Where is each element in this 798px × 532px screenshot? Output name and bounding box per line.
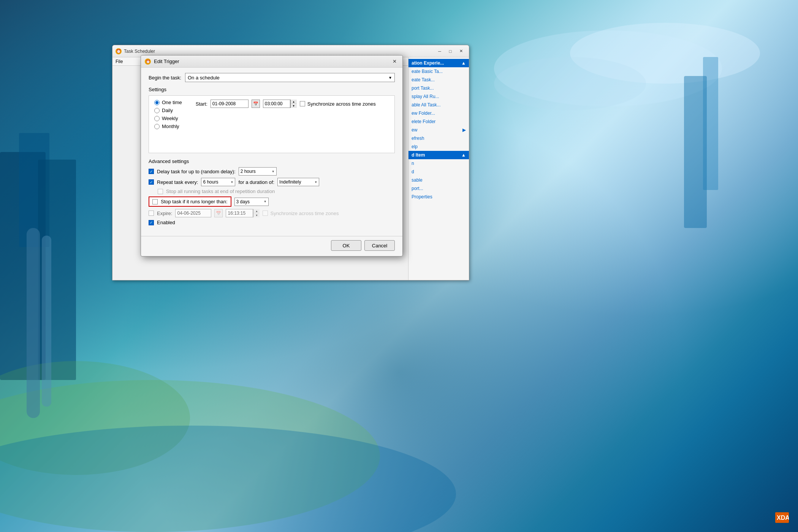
xda-watermark: XDA — [775, 512, 789, 523]
window-controls: ─ □ ✕ — [435, 48, 466, 55]
radio-daily[interactable]: Daily — [154, 108, 182, 113]
file-menu[interactable]: File — [116, 59, 123, 64]
monthly-radio[interactable] — [154, 124, 160, 129]
sidebar-header-arrow: ▲ — [461, 60, 466, 66]
start-date-field[interactable]: 01-09-2008 — [211, 100, 249, 108]
stop-running-row: Stop all running tasks at end of repetit… — [158, 188, 395, 194]
time-spin-up[interactable]: ▲ — [291, 100, 297, 104]
stop-task-row: Stop task if it runs longer than: 3 days… — [149, 196, 395, 207]
sidebar-item-create-basic[interactable]: eate Basic Ta... — [408, 67, 469, 76]
daily-label: Daily — [162, 108, 173, 113]
sidebar-item-disable[interactable]: sable — [408, 176, 469, 184]
expire-date-value: 04-06-2025 — [177, 211, 200, 216]
stop-task-value: 3 days — [236, 199, 250, 204]
one-time-radio[interactable] — [154, 100, 160, 105]
time-spin-buttons: ▲ ▼ — [290, 100, 297, 108]
daily-radio[interactable] — [154, 108, 160, 113]
sidebar-item-end[interactable]: d — [408, 168, 469, 176]
start-row: Start: 01-09-2008 📅 03:00:00 — [196, 100, 389, 108]
sidebar-header-selected-arrow: ▲ — [461, 152, 466, 158]
delay-task-row: ✓ Delay task for up to (random delay): 2… — [149, 167, 395, 176]
expire-spin-down[interactable]: ▼ — [253, 213, 260, 217]
repeat-select-arrow-icon: ▼ — [230, 180, 233, 184]
ok-button[interactable]: OK — [331, 240, 361, 251]
delay-task-checkbox[interactable]: ✓ — [149, 169, 154, 174]
duration-value-select[interactable]: Indefinitely ▼ — [277, 178, 319, 186]
time-spin-down[interactable]: ▼ — [291, 104, 297, 108]
stop-task-checkbox[interactable] — [152, 199, 158, 204]
begin-task-label: Begin the task: — [149, 75, 181, 81]
expire-sync-checkbox[interactable] — [263, 211, 268, 216]
sidebar-header-label: ation Experie... — [412, 60, 444, 66]
radio-one-time[interactable]: One time — [154, 100, 182, 105]
start-time-control: 03:00:00 ▲ ▼ — [263, 100, 297, 108]
stop-task-highlight-box: Stop task if it runs longer than: — [149, 196, 231, 207]
dialog-icon: ⏰ — [145, 59, 151, 65]
begin-task-select[interactable]: On a schedule ▼ — [185, 73, 395, 82]
start-date-value: 01-09-2008 — [212, 101, 236, 106]
repeat-task-row: ✓ Repeat task every: 6 hours ▼ for a dur… — [149, 178, 395, 186]
sidebar-item-delete-folder[interactable]: elete Folder — [408, 117, 469, 126]
dialog-titlebar: ⏰ Edit Trigger ✕ — [141, 55, 402, 68]
duration-select-arrow-icon: ▼ — [314, 180, 317, 184]
sidebar-item-enable-all[interactable]: able All Task... — [408, 101, 469, 109]
sidebar-item-properties[interactable]: Properties — [408, 193, 469, 201]
expire-calendar-button[interactable]: 📅 — [214, 209, 223, 217]
dialog-close-button[interactable]: ✕ — [390, 57, 399, 66]
settings-inner: One time Daily Weekly Monthly — [154, 100, 389, 149]
expire-label: Expire: — [157, 211, 172, 216]
expire-checkbox[interactable] — [149, 211, 154, 216]
sidebar-header-actions: ation Experie... ▲ — [408, 59, 469, 67]
repeat-value-select[interactable]: 6 hours ▼ — [201, 178, 235, 186]
delay-select-arrow-icon: ▼ — [272, 170, 275, 173]
maximize-button[interactable]: □ — [445, 48, 455, 55]
xda-logo-icon: XDA — [775, 512, 789, 523]
cancel-button[interactable]: Cancel — [364, 240, 395, 251]
expire-sync-label: Synchronize across time zones — [270, 211, 339, 216]
close-button[interactable]: ✕ — [456, 48, 466, 55]
expire-row: Expire: 04-06-2025 📅 16:13:15 ▲ ▼ S — [149, 209, 395, 217]
for-duration-label: for a duration of: — [238, 179, 274, 185]
dialog-body: Begin the task: On a schedule ▼ Settings… — [141, 68, 402, 236]
sync-label: Synchronize across time zones — [307, 101, 376, 107]
radio-monthly[interactable]: Monthly — [154, 124, 182, 129]
calendar-button[interactable]: 📅 — [252, 100, 260, 108]
expire-time-value: 16:13:15 — [228, 211, 245, 216]
sidebar-item-view[interactable]: ew▶ — [408, 126, 469, 134]
sidebar-item-help[interactable]: elp — [408, 142, 469, 151]
sidebar-item-refresh[interactable]: efresh — [408, 134, 469, 142]
minimize-button[interactable]: ─ — [435, 48, 445, 55]
settings-content-area — [196, 109, 389, 149]
settings-section: Settings One time Daily — [149, 87, 395, 153]
begin-task-row: Begin the task: On a schedule ▼ — [149, 73, 395, 82]
expire-date-field[interactable]: 04-06-2025 — [175, 209, 211, 217]
sidebar-item-export[interactable]: port... — [408, 184, 469, 193]
stop-task-select[interactable]: 3 days ▼ — [234, 198, 269, 206]
expire-spin-up[interactable]: ▲ — [253, 209, 260, 213]
sidebar-header-selected-label: d Item — [412, 152, 425, 158]
enabled-checkbox[interactable]: ✓ — [149, 220, 154, 225]
sidebar-item-run[interactable]: n — [408, 159, 469, 168]
enabled-row: ✓ Enabled — [149, 220, 395, 225]
dialog-footer: OK Cancel — [141, 236, 402, 256]
sidebar-item-import[interactable]: port Task... — [408, 84, 469, 92]
stop-task-label: Stop task if it runs longer than: — [161, 199, 228, 204]
schedule-type-group: One time Daily Weekly Monthly — [154, 100, 182, 149]
repeat-task-checkbox[interactable]: ✓ — [149, 179, 154, 185]
settings-box: One time Daily Weekly Monthly — [149, 95, 395, 153]
one-time-label: One time — [162, 100, 182, 105]
sync-checkbox[interactable] — [300, 101, 305, 106]
monthly-label: Monthly — [162, 124, 179, 129]
sidebar-item-create-task[interactable]: eate Task... — [408, 76, 469, 84]
sidebar-item-display-running[interactable]: splay All Ru... — [408, 92, 469, 101]
radio-weekly[interactable]: Weekly — [154, 116, 182, 121]
svg-text:XDA: XDA — [777, 515, 789, 521]
delay-value-select[interactable]: 2 hours ▼ — [239, 167, 277, 176]
start-time-field[interactable]: 03:00:00 — [263, 100, 290, 108]
sidebar-item-new-folder[interactable]: ew Folder... — [408, 109, 469, 117]
weekly-radio[interactable] — [154, 116, 160, 121]
duration-value: Indefinitely — [279, 179, 301, 185]
weekly-label: Weekly — [162, 116, 178, 121]
expire-time-field[interactable]: 16:13:15 — [226, 209, 253, 217]
advanced-section: Advanced settings ✓ Delay task for up to… — [149, 158, 395, 225]
